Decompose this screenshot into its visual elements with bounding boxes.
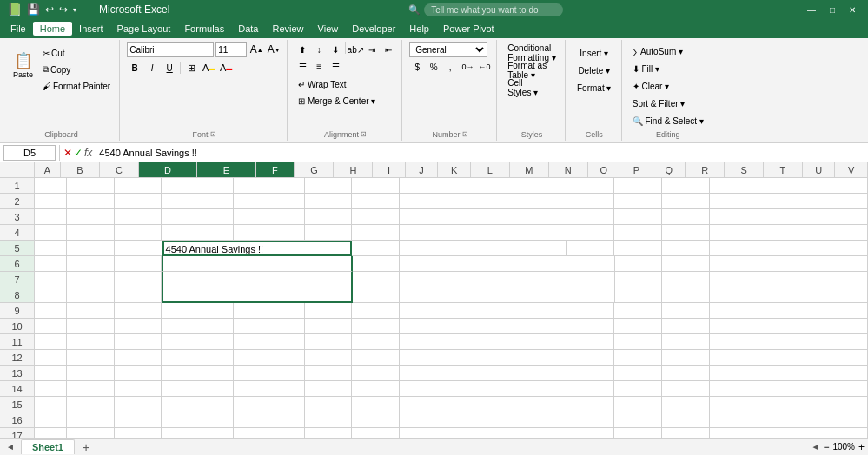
cell-O4[interactable]: [710, 225, 868, 241]
add-sheet-button[interactable]: +: [78, 439, 94, 455]
cell-C9[interactable]: [115, 303, 162, 319]
cell-E2[interactable]: [234, 194, 305, 209]
cell-M7[interactable]: [615, 272, 663, 287]
cell-H13[interactable]: [400, 366, 447, 381]
cell-J8[interactable]: [487, 287, 527, 303]
close-btn[interactable]: ✕: [844, 5, 861, 15]
cell-K1[interactable]: [527, 178, 567, 194]
cell-A1[interactable]: [35, 178, 67, 194]
cell-N12[interactable]: [662, 350, 710, 366]
cell-O15[interactable]: [710, 397, 868, 412]
cell-H8[interactable]: [400, 287, 447, 303]
cell-A5[interactable]: [35, 241, 67, 256]
cell-K7[interactable]: [527, 272, 567, 287]
cell-F14[interactable]: [305, 381, 353, 397]
cell-D7[interactable]: [162, 272, 233, 287]
menu-power-pivot[interactable]: Power Pivot: [436, 22, 501, 36]
cell-B10[interactable]: [67, 319, 115, 334]
cell-O16[interactable]: [710, 412, 868, 428]
cell-J3[interactable]: [487, 209, 527, 225]
quick-access-dropdown[interactable]: ▾: [73, 6, 76, 14]
cell-G9[interactable]: [352, 303, 400, 319]
cell-J2[interactable]: [487, 194, 527, 209]
row-header-10[interactable]: 10: [0, 319, 34, 334]
row-header-2[interactable]: 2: [0, 194, 34, 209]
cell-C2[interactable]: [115, 194, 162, 209]
fill-btn[interactable]: ⬇ Fill ▾: [629, 61, 663, 76]
cell-C15[interactable]: [115, 397, 162, 412]
paste-button[interactable]: 📋 Paste: [9, 42, 37, 90]
cell-G2[interactable]: [352, 194, 400, 209]
col-header-A[interactable]: A: [35, 162, 61, 177]
cell-L7[interactable]: [567, 272, 615, 287]
zoom-in-btn[interactable]: +: [858, 441, 865, 453]
menu-data[interactable]: Data: [231, 22, 265, 36]
cell-H6[interactable]: [400, 256, 447, 272]
align-bottom-btn[interactable]: ⬇: [328, 42, 343, 57]
cell-D9[interactable]: [162, 303, 233, 319]
cell-J1[interactable]: [487, 178, 527, 194]
align-center-btn[interactable]: ≡: [311, 58, 327, 74]
cell-B3[interactable]: [67, 209, 115, 225]
cell-C13[interactable]: [115, 366, 162, 381]
cell-O17[interactable]: [710, 428, 868, 438]
cell-L13[interactable]: [567, 366, 615, 381]
cell-C12[interactable]: [115, 350, 162, 366]
cell-J15[interactable]: [487, 397, 527, 412]
col-header-R[interactable]: R: [686, 162, 725, 177]
cell-F17[interactable]: [305, 428, 353, 438]
cell-L2[interactable]: [567, 194, 615, 209]
cell-J5[interactable]: [487, 241, 527, 256]
cell-H10[interactable]: [400, 319, 447, 334]
cell-L9[interactable]: [567, 303, 615, 319]
row-header-9[interactable]: 9: [0, 303, 34, 319]
menu-developer[interactable]: Developer: [345, 22, 402, 36]
cell-E4[interactable]: [234, 225, 305, 241]
cell-L16[interactable]: [567, 412, 615, 428]
row-header-13[interactable]: 13: [0, 366, 34, 381]
cell-J4[interactable]: [487, 225, 527, 241]
cell-O10[interactable]: [710, 319, 868, 334]
cell-N16[interactable]: [662, 412, 710, 428]
cell-N8[interactable]: [662, 287, 710, 303]
cell-B2[interactable]: [67, 194, 115, 209]
col-header-K[interactable]: K: [438, 162, 471, 177]
cell-F9[interactable]: [305, 303, 353, 319]
row-header-11[interactable]: 11: [0, 334, 34, 350]
cell-K15[interactable]: [527, 397, 567, 412]
cell-H11[interactable]: [400, 334, 447, 350]
align-middle-btn[interactable]: ↕: [311, 42, 327, 57]
font-color-button[interactable]: A▬: [218, 60, 234, 76]
col-header-Q[interactable]: Q: [653, 162, 686, 177]
cell-A14[interactable]: [35, 381, 67, 397]
cell-E17[interactable]: [234, 428, 305, 438]
wrap-text-btn[interactable]: ↵ Wrap Text: [295, 76, 349, 92]
cell-E15[interactable]: [234, 397, 305, 412]
number-dialog-btn[interactable]: ⊡: [462, 130, 468, 138]
cell-M14[interactable]: [614, 381, 662, 397]
cell-C3[interactable]: [115, 209, 162, 225]
row-header-6[interactable]: 6: [0, 256, 34, 272]
cell-K16[interactable]: [527, 412, 567, 428]
cell-I2[interactable]: [447, 194, 487, 209]
cell-L10[interactable]: [567, 319, 615, 334]
cell-K8[interactable]: [527, 287, 567, 303]
italic-button[interactable]: I: [144, 60, 160, 76]
formula-confirm-icon[interactable]: ✓: [74, 147, 83, 159]
cell-I6[interactable]: [447, 256, 487, 272]
col-header-T[interactable]: T: [764, 162, 803, 177]
cell-O14[interactable]: [710, 381, 868, 397]
col-header-C[interactable]: C: [100, 162, 139, 177]
cell-A17[interactable]: [35, 428, 67, 438]
col-header-D[interactable]: D: [139, 162, 197, 177]
cell-N4[interactable]: [662, 225, 710, 241]
menu-help[interactable]: Help: [402, 22, 436, 36]
col-header-I[interactable]: I: [373, 162, 406, 177]
cell-M16[interactable]: [614, 412, 662, 428]
cell-H12[interactable]: [400, 350, 447, 366]
underline-button[interactable]: U: [162, 60, 177, 76]
cell-K13[interactable]: [527, 366, 567, 381]
cell-J12[interactable]: [487, 350, 527, 366]
cell-E1[interactable]: [234, 178, 305, 194]
cell-J17[interactable]: [487, 428, 527, 438]
